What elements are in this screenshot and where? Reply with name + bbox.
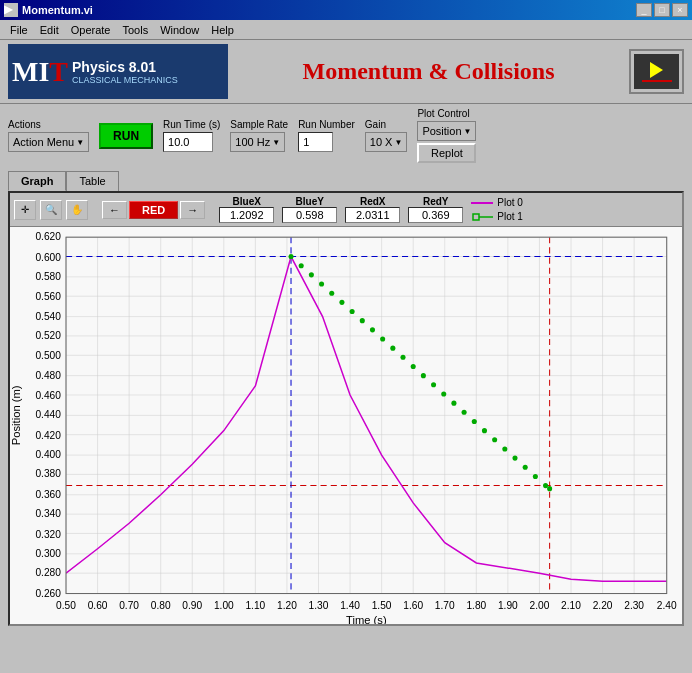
cursor-section: ← RED → — [102, 201, 205, 219]
svg-text:1.80: 1.80 — [466, 600, 486, 611]
title-bar: ▶ Momentum.vi _ □ × — [0, 0, 692, 20]
svg-point-43 — [288, 254, 293, 259]
svg-text:0.420: 0.420 — [35, 430, 61, 441]
svg-rect-1 — [473, 214, 479, 220]
bluey-label: BlueY — [296, 196, 324, 207]
svg-point-68 — [543, 483, 548, 488]
action-menu-label: Action Menu — [13, 136, 74, 148]
window-title: Momentum.vi — [22, 4, 93, 16]
menu-operate[interactable]: Operate — [65, 23, 117, 37]
legend-plot1-label: Plot 1 — [497, 211, 523, 222]
svg-text:1.50: 1.50 — [372, 600, 392, 611]
bluex-value: 1.2092 — [219, 207, 274, 223]
red-cursor-button[interactable]: RED — [129, 201, 178, 219]
sample-rate-dropdown[interactable]: 100 Hz ▼ — [230, 132, 285, 152]
cursor-right-button[interactable]: → — [180, 201, 205, 219]
svg-text:0.440: 0.440 — [35, 409, 61, 420]
svg-text:0.70: 0.70 — [119, 600, 139, 611]
bluey-value: 0.598 — [282, 207, 337, 223]
x-axis-labels: 0.50 0.60 0.70 0.80 0.90 1.00 1.10 1.20 … — [56, 600, 677, 611]
svg-point-52 — [380, 336, 385, 341]
svg-text:0.580: 0.580 — [35, 271, 61, 282]
plot-control-dropdown[interactable]: Position ▼ — [417, 121, 476, 141]
menu-bar: File Edit Operate Tools Window Help — [0, 20, 692, 40]
gain-dropdown[interactable]: 10 X ▼ — [365, 132, 408, 152]
run-number-input[interactable] — [298, 132, 333, 152]
svg-text:0.340: 0.340 — [35, 508, 61, 519]
run-time-label: Run Time (s) — [163, 119, 220, 130]
x-axis-title: Time (s) — [346, 614, 387, 624]
menu-help[interactable]: Help — [205, 23, 240, 37]
plot0-line-icon — [471, 197, 493, 209]
svg-text:0.260: 0.260 — [35, 588, 61, 599]
menu-tools[interactable]: Tools — [116, 23, 154, 37]
svg-text:0.600: 0.600 — [35, 252, 61, 263]
svg-point-59 — [451, 401, 456, 406]
mit-right: Physics 8.01 CLASSICAL MECHANICS — [72, 59, 178, 85]
sample-rate-value: 100 Hz — [235, 136, 270, 148]
gain-group: Gain 10 X ▼ — [365, 119, 408, 152]
close-button[interactable]: × — [672, 3, 688, 17]
tabs-row: Graph Table — [0, 167, 692, 191]
svg-point-56 — [421, 373, 426, 378]
redy-value: 0.369 — [408, 207, 463, 223]
svg-point-60 — [462, 410, 467, 415]
physics-subtitle: CLASSICAL MECHANICS — [72, 75, 178, 85]
svg-point-48 — [339, 300, 344, 305]
coord-section: BlueX 1.2092 BlueY 0.598 RedX 2.0311 Red… — [219, 196, 463, 223]
svg-text:0.60: 0.60 — [88, 600, 108, 611]
sample-rate-arrow-icon: ▼ — [272, 138, 280, 147]
mit-text: MIT — [12, 56, 68, 88]
dropdown-arrow-icon: ▼ — [76, 138, 84, 147]
legend-plot0-label: Plot 0 — [497, 197, 523, 208]
svg-text:0.320: 0.320 — [35, 529, 61, 540]
menu-window[interactable]: Window — [154, 23, 205, 37]
svg-point-62 — [482, 428, 487, 433]
svg-text:1.30: 1.30 — [309, 600, 329, 611]
run-time-group: Run Time (s) — [163, 119, 220, 152]
pan-tool-button[interactable]: ✋ — [66, 200, 88, 220]
actions-group: Actions Action Menu ▼ — [8, 119, 89, 152]
maximize-button[interactable]: □ — [654, 3, 670, 17]
action-menu-dropdown[interactable]: Action Menu ▼ — [8, 132, 89, 152]
gain-value: 10 X — [370, 136, 393, 148]
plot1-line-icon — [471, 211, 493, 223]
svg-text:1.70: 1.70 — [435, 600, 455, 611]
svg-text:0.620: 0.620 — [35, 231, 61, 242]
plot-control-label: Plot Control — [417, 108, 469, 119]
zoom-tool-button[interactable]: 🔍 — [40, 200, 62, 220]
svg-text:0.90: 0.90 — [182, 600, 202, 611]
svg-point-66 — [523, 465, 528, 470]
graph-container: ✛ 🔍 ✋ ← RED → BlueX 1.2092 BlueY 0.598 R… — [8, 191, 684, 626]
legend-plot1: Plot 1 — [471, 211, 523, 223]
svg-point-58 — [441, 391, 446, 396]
sample-rate-group: Sample Rate 100 Hz ▼ — [230, 119, 288, 152]
svg-text:0.500: 0.500 — [35, 350, 61, 361]
video-bar — [642, 80, 672, 82]
replot-button[interactable]: Replot — [417, 143, 476, 163]
svg-point-67 — [533, 474, 538, 479]
grid-horizontal — [66, 237, 667, 593]
svg-text:0.540: 0.540 — [35, 311, 61, 322]
redy-group: RedY 0.369 — [408, 196, 463, 223]
purple-curve — [66, 257, 667, 582]
graph-area: 0.620 0.600 0.580 0.560 0.540 0.520 0.50… — [10, 227, 682, 624]
run-button[interactable]: RUN — [99, 123, 153, 149]
green-dots — [288, 254, 552, 491]
svg-text:0.360: 0.360 — [35, 489, 61, 500]
minimize-button[interactable]: _ — [636, 3, 652, 17]
tab-table[interactable]: Table — [66, 171, 118, 191]
svg-text:0.80: 0.80 — [151, 600, 171, 611]
main-title: Momentum & Collisions — [228, 58, 629, 85]
menu-file[interactable]: File — [4, 23, 34, 37]
run-time-input[interactable] — [163, 132, 213, 152]
tab-graph[interactable]: Graph — [8, 171, 66, 191]
svg-text:2.40: 2.40 — [657, 600, 677, 611]
redy-label: RedY — [423, 196, 449, 207]
svg-point-69 — [547, 486, 552, 491]
svg-point-50 — [360, 318, 365, 323]
cursor-left-button[interactable]: ← — [102, 201, 127, 219]
menu-edit[interactable]: Edit — [34, 23, 65, 37]
gain-label: Gain — [365, 119, 386, 130]
crosshair-tool-button[interactable]: ✛ — [14, 200, 36, 220]
